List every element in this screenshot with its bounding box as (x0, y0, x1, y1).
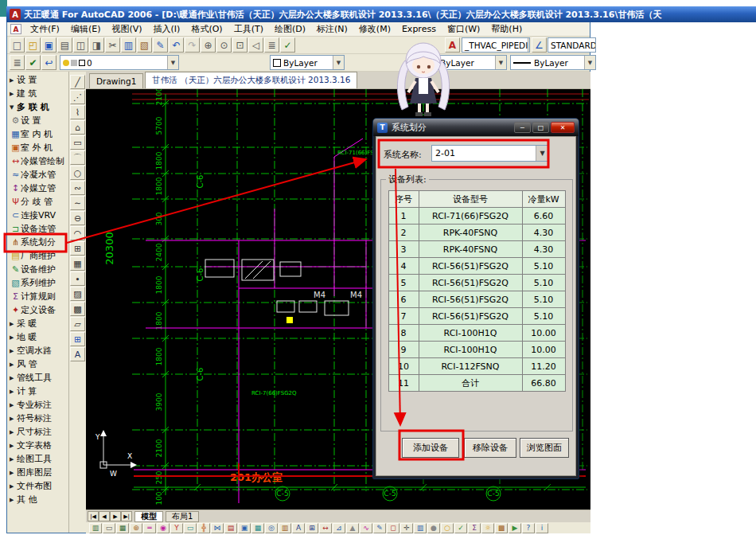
layout-nav-button[interactable]: ◀ (99, 511, 110, 521)
sidebar-item-pipe-tools-group[interactable]: 管线工具 (7, 371, 68, 385)
cut-icon[interactable]: ✂ (105, 37, 120, 53)
menu-item[interactable]: 文件(F) (25, 22, 65, 36)
table-row[interactable]: 8 RCI-100H1Q 10.00 (388, 325, 565, 342)
make-block-icon[interactable]: ▦ (70, 256, 85, 271)
region-icon[interactable]: ▱ (70, 317, 85, 331)
sidebar-item-branch-pipe[interactable]: Ψ 分 歧 管 (7, 195, 68, 209)
sidebar-item-define-equipment[interactable]: ✦ 定义设备 (7, 303, 68, 317)
redo-icon[interactable]: ↷ (185, 37, 200, 53)
sidebar-item-symbol-annotation-group[interactable]: 符号标注 (7, 412, 68, 425)
grid-display-icon[interactable]: ▦ (116, 523, 129, 533)
sidebar-item-settings-group[interactable]: 设 置 (7, 73, 68, 87)
menu-item[interactable]: 工具(T) (228, 22, 269, 36)
remove-device-button[interactable]: 移除设备 (464, 438, 516, 458)
tab-drawing1[interactable]: Drawing1 (89, 73, 143, 88)
table-row[interactable]: 6 RCI-56(51)FSG2Q 5.10 (388, 291, 565, 308)
polygon-icon[interactable]: ⌂ (70, 120, 85, 135)
sidebar-item-equipment-connect[interactable]: ⊐ 设备连管 (7, 222, 68, 236)
table-row[interactable]: 5 RCI-56(51)FSG2Q 5.10 (388, 275, 565, 291)
export-icon[interactable]: ▶ (509, 523, 521, 533)
open-file-icon[interactable]: ◰ (25, 37, 41, 53)
equipment-icon[interactable]: ▥ (279, 523, 291, 533)
dim-style-combobox[interactable]: STANDARD▼ (548, 37, 596, 53)
sidebar-item-calculation-group[interactable]: 计 算 (7, 385, 68, 398)
sidebar-item-building-group[interactable]: 建 筑 (7, 87, 68, 100)
sidebar-item-series-maintain[interactable]: ▧ 系列维护 (7, 276, 68, 290)
sidebar-item-condensate-pipe[interactable]: ≈ 冷凝水管 (7, 168, 68, 182)
save-icon[interactable]: ▣ (41, 37, 57, 53)
text-icon[interactable]: A (292, 523, 305, 533)
sidebar-item-draw-tools-group[interactable]: 绘图工具 (7, 452, 68, 466)
pump-icon[interactable]: ◎ (265, 523, 278, 533)
mtext-icon[interactable]: A (70, 347, 85, 361)
window-titlebar[interactable]: A 天正暖通 For AutoCAD 2006 - [D:\暖通作业\甘伟活（天… (6, 6, 756, 22)
table-row[interactable]: 3 RPK-40FSNQ 4.30 (388, 241, 565, 258)
rectangle-icon[interactable]: ▭ (70, 135, 85, 150)
chevron-down-icon[interactable]: ▼ (167, 56, 178, 69)
arc-icon[interactable]: ⌒ (70, 150, 85, 165)
elevation-icon[interactable]: ⊿ (333, 523, 345, 533)
sidebar-item-duct-group[interactable]: 风 管 (7, 357, 68, 371)
table-row[interactable]: 4 RCI-56(51)FSG2Q 5.10 (388, 258, 565, 275)
zoom-previous-icon[interactable]: ◁ (248, 37, 263, 53)
sidebar-item-vrv-settings[interactable]: ⚙ 设 置 (7, 114, 68, 127)
minimize-button[interactable]: ─ (514, 122, 531, 133)
ellipse-icon[interactable]: ⊖ (70, 211, 85, 225)
table-row[interactable]: 7 RCI-56(51)FSG2Q 5.10 (388, 308, 565, 325)
chevron-down-icon[interactable]: ▼ (333, 56, 344, 69)
ellipse-arc-icon[interactable]: ◠ (70, 226, 85, 240)
sidebar-item-file-layout-group[interactable]: 文件布图 (7, 479, 68, 493)
command-line-icon[interactable]: ▭ (103, 523, 115, 533)
sidebar-item-equipment-maintain[interactable]: ✎ 设备维护 (7, 263, 68, 276)
layer-previous-icon[interactable]: ↩ (41, 55, 57, 70)
layer-on-icon[interactable]: ○ (441, 523, 454, 533)
properties-icon[interactable]: ≣ (264, 37, 279, 53)
copy-icon[interactable]: ▥ (121, 37, 136, 53)
menu-item[interactable]: 帮助(H) (485, 22, 528, 36)
table-row[interactable]: 2 RPK-40FSNQ 4.30 (388, 225, 565, 241)
table-row[interactable]: 1 RCI-71(66)FSG2Q 6.60 (388, 208, 565, 225)
pan-icon[interactable]: ⊕ (201, 37, 216, 53)
menu-item[interactable]: Express (396, 22, 442, 36)
zoom-window-icon[interactable]: ⊡ (232, 37, 247, 53)
pipe-settings-icon[interactable]: ⊛ (130, 523, 142, 533)
tab-layout1[interactable]: 布局1 (166, 511, 199, 522)
system-name-combobox[interactable]: 2-01 ▼ (431, 145, 549, 162)
valve-icon[interactable]: ⋈ (211, 523, 224, 533)
layout-nav-button[interactable]: ▶| (121, 511, 132, 521)
xline-icon[interactable]: ⋰ (70, 90, 85, 104)
layer-combobox[interactable]: 0 ▼ (60, 55, 179, 70)
gradient-icon[interactable]: ▩ (70, 302, 85, 316)
menu-item[interactable]: 视图(V) (106, 22, 147, 36)
circle-icon[interactable]: ○ (70, 166, 85, 180)
sidebar-item-calc-rules[interactable]: Σ 计算规则 (7, 290, 68, 303)
revcloud-icon[interactable]: ∾ (70, 181, 85, 195)
chevron-down-icon[interactable]: ▼ (528, 38, 530, 52)
menu-item[interactable]: 插入(I) (148, 22, 186, 36)
match-properties-icon[interactable]: ✎ (153, 37, 168, 53)
layout-nav-button[interactable]: |◀ (88, 511, 99, 521)
calc-icon[interactable]: Σ (468, 523, 481, 533)
sidebar-item-text-table-group[interactable]: 文字表格 (7, 439, 68, 452)
table-row[interactable]: 10 RCI-112FSNQ 11.20 (388, 358, 565, 375)
sidebar-item-heating-group[interactable]: 采 暖 (7, 317, 68, 330)
close-button[interactable]: ✕ (551, 122, 575, 133)
sidebar-item-floor-heating-group[interactable]: 地 暖 (7, 330, 68, 344)
menu-item[interactable]: 编辑(E) (65, 22, 107, 36)
menu-item[interactable]: 格式(O) (185, 22, 228, 36)
spline-icon[interactable]: ∼ (70, 196, 85, 210)
menu-item[interactable]: 绘图(D) (269, 22, 311, 36)
air-outlet-icon[interactable]: ▦ (251, 523, 264, 533)
maximize-button[interactable]: □ (532, 122, 549, 133)
dim-style-icon[interactable]: ∠ (532, 37, 547, 53)
sidebar-item-outdoor-unit[interactable]: ▣ 室 外 机 (7, 141, 68, 154)
move-icon[interactable]: ✛ (400, 523, 413, 533)
tab-current-drawing[interactable]: 甘伟活 （天正）六层办公大楼多联机设计 2013.3.16 (145, 72, 357, 88)
sidebar-item-indoor-unit[interactable]: ▦ 室 内 机 (7, 127, 68, 141)
add-device-button[interactable]: 添加设备 (402, 438, 459, 458)
pipe-draw-icon[interactable]: ═ (143, 523, 156, 533)
color-combobox[interactable]: ByLayer▼ (270, 55, 345, 70)
paste-icon[interactable]: ▧ (137, 37, 152, 53)
radiator-icon[interactable]: ▤ (224, 523, 237, 533)
browse-drawing-button[interactable]: 浏览图面 (520, 438, 569, 458)
